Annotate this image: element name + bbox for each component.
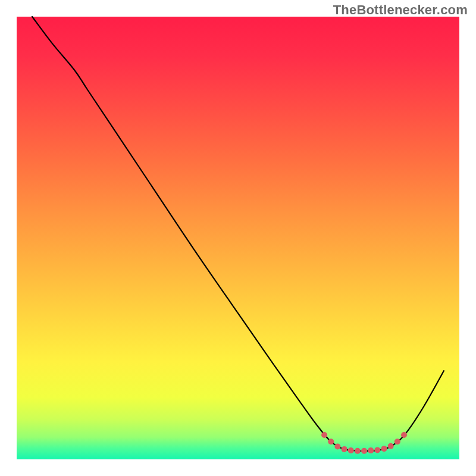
trough-marker-dot	[368, 447, 374, 453]
trough-marker-dot	[401, 432, 407, 438]
trough-marker-dot	[348, 447, 354, 453]
trough-marker-dot	[381, 446, 387, 452]
trough-marker-dot	[394, 439, 400, 444]
trough-marker-dot	[328, 439, 334, 444]
chart-svg	[0, 0, 476, 476]
chart-stage: TheBottlenecker.com	[0, 0, 476, 476]
watermark-text: TheBottlenecker.com	[333, 2, 468, 18]
trough-marker-dot	[321, 432, 327, 438]
trough-marker-dot	[374, 447, 380, 453]
trough-marker-dot	[334, 443, 340, 449]
trough-marker-dot	[342, 446, 347, 452]
trough-marker-dot	[361, 448, 367, 454]
trough-marker-dot	[388, 443, 394, 449]
trough-marker-dot	[355, 448, 361, 454]
